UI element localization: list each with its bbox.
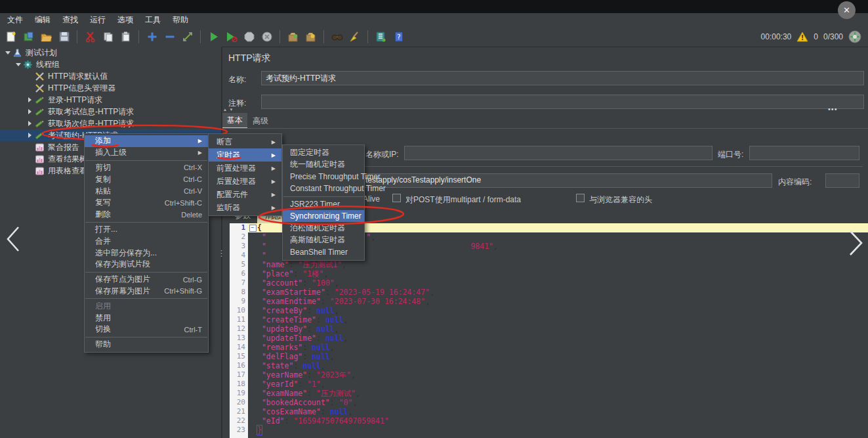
collapse-icon[interactable] <box>13 63 23 66</box>
context-menu-item[interactable]: 复写Ctrl+Shift-C <box>85 197 208 209</box>
editor-line[interactable]: 11 "createTime": null, <box>230 315 868 324</box>
close-icon[interactable]: ✕ <box>838 1 856 19</box>
server-field[interactable] <box>404 146 713 160</box>
multipart-checkbox[interactable] <box>392 194 401 202</box>
add-submenu-item[interactable]: 前置处理器▶ <box>209 162 281 175</box>
remote-start-all-icon[interactable] <box>304 30 318 43</box>
stop-icon[interactable] <box>242 30 256 43</box>
add-submenu-item[interactable]: 断言▶ <box>209 135 281 148</box>
copy-icon[interactable] <box>101 30 115 43</box>
timer-submenu-item[interactable]: Precise Throughput Timer <box>283 171 364 183</box>
editor-line[interactable]: 6 "place": "1楼", <box>230 269 868 278</box>
expand-icon[interactable] <box>25 97 35 102</box>
context-menu-item[interactable]: 添加▶ <box>85 135 208 147</box>
start-no-pauses-icon[interactable] <box>224 30 238 43</box>
editor-line[interactable]: 8 "examStartime": "2023-05-19 16:24:47", <box>230 288 868 297</box>
editor-line[interactable]: 10 "createBy": null, <box>230 306 868 315</box>
editor-line[interactable]: 22 "eId": "1659475076497059841" <box>230 416 868 426</box>
context-menu-item[interactable]: 复制Ctrl-C <box>85 173 208 185</box>
timer-submenu-item[interactable]: BeanShell Timer <box>283 246 364 258</box>
fold-icon[interactable]: − <box>248 223 257 232</box>
add-submenu-item[interactable]: 监听器▶ <box>209 201 281 214</box>
menu-item[interactable]: 文件 <box>1 13 29 27</box>
context-menu-item[interactable]: 保存节点为图片Ctrl-G <box>85 274 208 286</box>
start-icon[interactable] <box>207 30 220 43</box>
shutdown-icon[interactable] <box>260 30 274 43</box>
splitter-handle[interactable]: ⋮ <box>217 248 226 258</box>
timer-submenu-item[interactable]: 统一随机定时器 <box>283 158 364 170</box>
tree-item[interactable]: 获取场次信息-HTTP请求 <box>0 118 221 129</box>
log-warnings-icon[interactable]: ! <box>796 30 808 43</box>
paste-icon[interactable] <box>119 30 133 43</box>
function-helper-icon[interactable] <box>374 30 388 43</box>
context-menu-item[interactable]: 选中部分保存为... <box>85 247 208 259</box>
collapse-icon[interactable] <box>3 51 12 55</box>
editor-line[interactable]: 5 "name": "压力测试1", <box>230 260 868 269</box>
context-menu-item[interactable]: 剪切Ctrl-X <box>85 162 208 174</box>
tab-advanced[interactable]: 高级 <box>248 113 273 129</box>
tree-item[interactable]: HTTP请求默认值 <box>0 70 221 82</box>
new-file-icon[interactable] <box>4 30 18 43</box>
timer-submenu-item[interactable]: Constant Throughput Timer <box>283 183 364 194</box>
context-menu-item[interactable]: 禁用 <box>85 312 208 324</box>
search-icon[interactable] <box>330 30 344 43</box>
editor-line[interactable]: 12 "updateBy": null, <box>230 324 868 334</box>
tree-item[interactable]: 测试计划 <box>0 47 221 58</box>
encoding-field[interactable] <box>825 173 859 188</box>
remote-start-icon[interactable] <box>286 30 300 43</box>
timer-submenu-item[interactable]: JSR223 Timer <box>283 198 364 210</box>
context-menu-item[interactable]: 删除Delete <box>85 209 208 221</box>
editor-line[interactable]: 18 "yearId": "1", <box>230 380 868 389</box>
context-menu-item[interactable]: 打开... <box>85 224 208 236</box>
editor-line[interactable]: 20 "bookedAccount": "0", <box>230 398 868 407</box>
templates-icon[interactable] <box>22 30 35 43</box>
menu-item[interactable]: 工具 <box>139 13 167 27</box>
editor-line[interactable]: 7 "account": "100", <box>230 278 868 288</box>
context-menu-item[interactable]: 保存为测试片段 <box>85 259 208 271</box>
tree-item[interactable]: 线程组 <box>0 58 221 70</box>
remove-icon[interactable] <box>163 30 176 43</box>
comment-field[interactable] <box>261 95 864 109</box>
tab-basic[interactable]: 基本 <box>222 113 247 129</box>
editor-line[interactable]: 23} <box>230 426 868 435</box>
timer-submenu-item[interactable]: Synchronizing Timer <box>283 210 364 222</box>
editor-line[interactable]: 14 "remarks": null, <box>230 343 868 352</box>
editor-line[interactable]: 17 "yearName": "2023年", <box>230 370 868 380</box>
context-menu-item[interactable]: 粘贴Ctrl-V <box>85 185 208 197</box>
tree-item[interactable]: 登录-HTTP请求 <box>0 94 221 106</box>
add-submenu-item[interactable]: 后置处理器▶ <box>209 175 281 188</box>
timer-submenu-item[interactable]: 泊松随机定时器 <box>283 222 364 234</box>
clear-icon[interactable] <box>348 30 362 43</box>
context-menu-item[interactable]: 切换Ctrl-T <box>85 324 208 336</box>
expand-icon[interactable] <box>25 121 35 126</box>
name-field[interactable]: 考试预约-HTTP请求 <box>261 71 864 85</box>
editor-line[interactable]: 13 "updateTime": null, <box>230 334 868 343</box>
editor-line[interactable]: 15 "delFlag": null, <box>230 352 868 361</box>
timer-submenu-item[interactable]: 高斯随机定时器 <box>283 234 364 246</box>
editor-line[interactable]: 16 "state": null, <box>230 361 868 370</box>
menu-item[interactable]: 帮助 <box>167 13 194 27</box>
add-submenu-item[interactable]: 配置元件▶ <box>209 188 281 201</box>
add-submenu-item[interactable]: 定时器▶ <box>209 148 281 162</box>
menu-item[interactable]: 编辑 <box>29 13 56 27</box>
save-icon[interactable] <box>57 30 71 43</box>
overflow-dots-icon[interactable]: ••• <box>828 105 838 113</box>
expand-icon[interactable] <box>25 133 35 138</box>
context-menu-item[interactable]: 保存屏幕为图片Ctrl+Shift-G <box>85 286 208 297</box>
menu-item[interactable]: 查找 <box>56 13 84 27</box>
context-menu-item[interactable]: 合并 <box>85 235 208 247</box>
expand-icon[interactable] <box>25 109 35 114</box>
open-icon[interactable] <box>39 30 53 43</box>
tree-item[interactable]: 获取考试信息-HTTP请求 <box>0 106 221 118</box>
add-icon[interactable] <box>145 30 159 43</box>
browser-headers-checkbox[interactable] <box>576 194 585 202</box>
help-icon[interactable]: ? <box>392 30 405 43</box>
timer-submenu-item[interactable]: 固定定时器 <box>283 146 364 158</box>
toggle-icon[interactable] <box>180 30 194 43</box>
menu-item[interactable]: 运行 <box>84 13 112 27</box>
editor-line[interactable]: 9 "examEndtime": "2023-07-30 16:24:48", <box>230 297 868 306</box>
cut-icon[interactable] <box>83 30 97 43</box>
editor-line[interactable]: 21 "cosExamName": null, <box>230 407 868 416</box>
path-field[interactable]: testapply/cosTestapply/insertOne <box>361 173 772 188</box>
menu-item[interactable]: 选项 <box>112 13 139 27</box>
